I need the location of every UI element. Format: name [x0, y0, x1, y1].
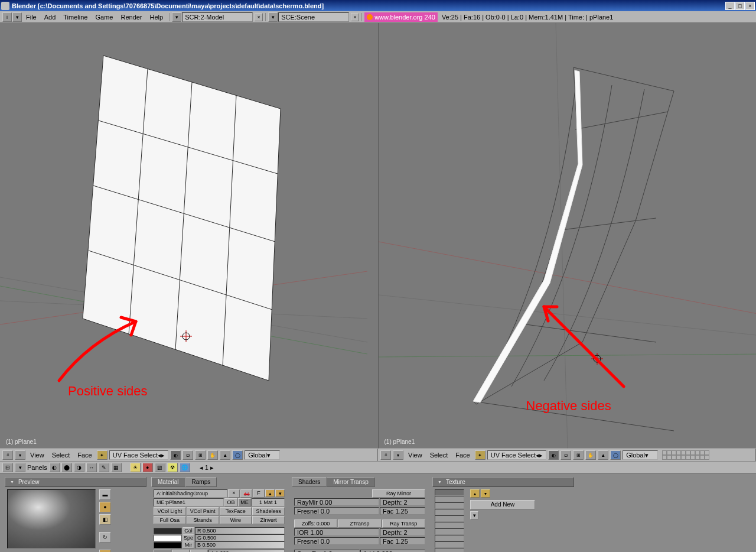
mir-button[interactable]: Mir: [183, 541, 194, 548]
spectra-slider[interactable]: SpecTra 1.0: [294, 550, 360, 552]
dyn-mode-button[interactable]: DYN: [190, 550, 208, 552]
screen-delete-button[interactable]: ×: [255, 13, 263, 21]
scene-selector[interactable]: SCE:Scene: [278, 12, 349, 22]
layer-buttons[interactable]: [662, 450, 709, 460]
menu-add[interactable]: Add: [41, 12, 60, 22]
draw-type-icon[interactable]: ◐: [170, 450, 181, 460]
sg-x-button[interactable]: ×: [228, 489, 240, 498]
chevron-down-icon[interactable]: ▾: [15, 450, 25, 460]
menu-render[interactable]: Render: [117, 12, 145, 22]
mode-selector[interactable]: UV Face Select◂▸: [109, 450, 168, 460]
manipulator-move-icon[interactable]: ▲: [220, 450, 230, 460]
maximize-button[interactable]: □: [735, 2, 745, 10]
subcontext-material-icon[interactable]: ●: [142, 463, 153, 472]
context-edit-icon[interactable]: ✎: [99, 463, 109, 472]
texture-slot[interactable]: [435, 522, 464, 528]
draw-type-icon[interactable]: ◐: [548, 450, 559, 460]
context-scene-icon[interactable]: ▦: [111, 463, 122, 472]
mesh-field[interactable]: ME:pPlane1: [154, 498, 224, 506]
preview-sphere-button[interactable]: ●: [99, 502, 111, 512]
vp-menu-select[interactable]: Select: [427, 450, 451, 460]
scene-browse-icon[interactable]: ▾: [268, 12, 278, 22]
vp-menu-view[interactable]: View: [405, 450, 425, 460]
vp-menu-face[interactable]: Face: [74, 450, 94, 460]
depth2-field[interactable]: Depth: 2: [380, 528, 425, 536]
vp-menu-face[interactable]: Face: [452, 450, 472, 460]
viewport-right[interactable]: Negative sides (1) pPlane1: [379, 23, 757, 449]
context-logic-icon[interactable]: ◐: [49, 463, 60, 472]
spe-button[interactable]: Spe: [183, 534, 194, 541]
fresnel1-slider[interactable]: Fresnel 0.0: [294, 507, 379, 515]
vp-menu-view[interactable]: View: [27, 450, 47, 460]
strands-button[interactable]: Strands: [187, 516, 219, 524]
shading-group-field[interactable]: A:initialShadingGroup: [154, 489, 227, 498]
preview-osa-button[interactable]: ☀: [99, 550, 111, 552]
texture-slot[interactable]: [435, 489, 464, 496]
texture-slot[interactable]: [435, 515, 464, 522]
orientation-selector[interactable]: Global▾: [623, 450, 658, 460]
mode-icon[interactable]: ✦: [475, 450, 485, 460]
manipulator-rotate-icon[interactable]: ◯: [232, 450, 243, 460]
texture-slot[interactable]: [435, 502, 464, 509]
sg-car-button[interactable]: 🚗: [240, 489, 252, 498]
orientation-selector[interactable]: Global▾: [245, 450, 280, 460]
subcontext-texture-icon[interactable]: ▨: [155, 463, 165, 472]
rgb-mode-button[interactable]: RGB: [154, 550, 171, 552]
menu-chevron-icon[interactable]: ▾: [12, 12, 22, 22]
subcontext-lamp-icon[interactable]: ☀: [130, 463, 141, 472]
spe-swatch[interactable]: [154, 535, 182, 541]
mir-swatch[interactable]: [154, 542, 182, 548]
fac1-slider[interactable]: Fac 1.25: [380, 507, 425, 515]
screen-browse-icon[interactable]: ▾: [172, 12, 181, 22]
scene-delete-button[interactable]: ×: [351, 13, 359, 21]
ior-slider[interactable]: IOR 1.00: [294, 528, 379, 536]
hsv-mode-button[interactable]: HSV: [172, 550, 190, 552]
tab-shaders[interactable]: Shaders: [292, 477, 327, 487]
frame-field[interactable]: ◂ 1 ▸: [200, 464, 223, 472]
subcontext-radiosity-icon[interactable]: ☢: [167, 463, 178, 472]
tex-clear-button[interactable]: ▾: [470, 511, 478, 519]
col-swatch[interactable]: [154, 528, 182, 534]
vcol-paint-button[interactable]: VCol Paint: [187, 507, 219, 515]
viewport-left[interactable]: Positive sides (1) pPlane1: [0, 23, 379, 449]
vcol-light-button[interactable]: VCol Light: [154, 507, 186, 515]
texface-button[interactable]: TexFace: [220, 507, 252, 515]
sg-nav-down-icon[interactable]: ▾: [275, 489, 285, 497]
manipulator-move-icon[interactable]: ▲: [598, 450, 608, 460]
subcontext-world-icon[interactable]: 🌐: [180, 463, 190, 472]
menu-file[interactable]: File: [22, 12, 40, 22]
tab-material[interactable]: Material: [151, 477, 185, 487]
texture-slot[interactable]: [435, 548, 464, 552]
wire-button[interactable]: Wire: [220, 516, 252, 524]
pivot-icon[interactable]: Ω: [561, 450, 571, 460]
sg-nav-up-icon[interactable]: ▴: [265, 489, 275, 497]
menu-timeline[interactable]: Timeline: [60, 12, 91, 22]
hand-icon[interactable]: ✋: [207, 450, 218, 460]
zinvert-button[interactable]: ZInvert: [252, 516, 285, 524]
fullosa-button[interactable]: Full Osa: [154, 516, 186, 524]
preview-cube-button[interactable]: ◧: [99, 514, 111, 525]
add-new-texture-button[interactable]: Add New: [470, 500, 535, 509]
hand-icon[interactable]: ✋: [585, 450, 596, 460]
widget-icon[interactable]: ⊞: [195, 450, 206, 460]
zoffs-button[interactable]: Zoffs: 0.000: [294, 519, 337, 528]
g-slider[interactable]: G 0.500: [195, 534, 285, 541]
preview-flat-button[interactable]: ▬: [99, 489, 111, 500]
editor-type-icon[interactable]: ⌗: [2, 450, 13, 460]
col-button[interactable]: Col: [183, 527, 194, 534]
preview-refresh-button[interactable]: ↻: [99, 532, 111, 543]
context-object-icon[interactable]: ↔: [86, 463, 97, 472]
alpha-slider[interactable]: A 1.000: [208, 550, 285, 552]
ztransp-button[interactable]: ZTransp: [338, 519, 381, 528]
mat-count[interactable]: 1 Mat 1: [252, 498, 285, 506]
depth1-field[interactable]: Depth: 2: [380, 498, 425, 506]
sg-f-button[interactable]: F: [253, 489, 265, 498]
panel-preview-header[interactable]: Preview: [5, 477, 146, 487]
menu-help[interactable]: Help: [146, 12, 167, 22]
blender-link[interactable]: www.blender.org 240: [364, 12, 438, 22]
shadeless-button[interactable]: Shadeless: [252, 507, 285, 515]
editor-type-icon[interactable]: ⌗: [380, 450, 391, 460]
menu-game[interactable]: Game: [92, 12, 116, 22]
vp-menu-select[interactable]: Select: [49, 450, 73, 460]
texture-slot[interactable]: [435, 496, 464, 502]
